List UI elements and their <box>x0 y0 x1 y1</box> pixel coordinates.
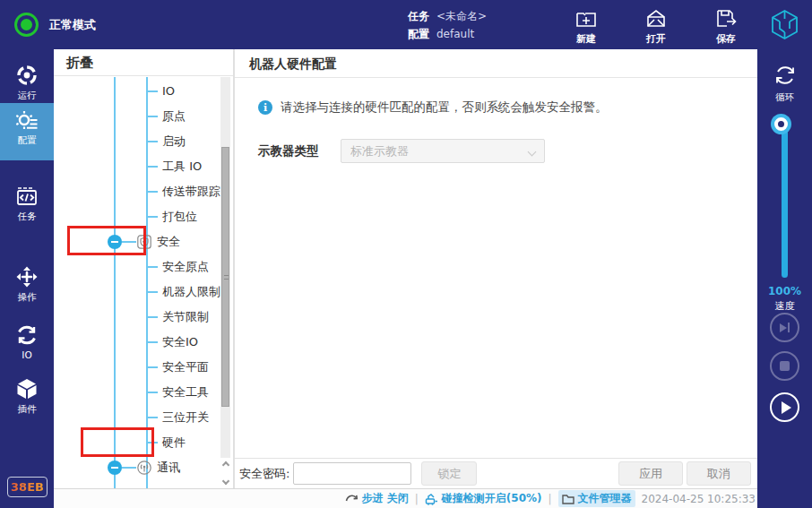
communication-antenna-icon <box>137 461 151 475</box>
scroll-up-icon[interactable] <box>221 461 229 469</box>
stop-button[interactable] <box>770 351 799 381</box>
tree-item-safety[interactable]: 安全 <box>54 229 219 254</box>
tree-scrollbar-thumb[interactable] <box>221 147 229 407</box>
speed-percent: 100% <box>757 285 812 297</box>
tree-item-joint-limits[interactable]: 关节限制 <box>54 305 219 330</box>
sidebar-item-task[interactable]: 任务 <box>0 179 54 223</box>
open-button[interactable]: 打开 <box>631 7 681 46</box>
tree-branch-line <box>147 417 158 418</box>
new-button[interactable]: 新建 <box>561 7 611 46</box>
tree-item-io[interactable]: IO <box>54 79 219 104</box>
new-button-label: 新建 <box>576 32 596 46</box>
tree-item-hardware[interactable]: 硬件 <box>54 430 219 455</box>
tree-branch-line <box>122 467 136 469</box>
tree-branch-line <box>147 191 158 193</box>
save-icon <box>714 7 738 30</box>
sidebar-item-io[interactable]: IO <box>0 318 54 360</box>
tree-branch-line <box>147 166 158 168</box>
teach-pendant-type-select[interactable]: 标准示教器 <box>341 139 545 163</box>
tree-item-packing-position[interactable]: 打包位 <box>54 204 219 229</box>
tree-branch-line <box>147 141 158 142</box>
timestamp: 2024-04-25 10:25:33 <box>642 493 756 505</box>
step-mode-status[interactable]: 步进 关闭 <box>345 491 409 506</box>
sidebar-item-label: 配置 <box>18 134 37 147</box>
tree-branch-line <box>147 291 158 293</box>
safety-password-label: 安全密码: <box>239 466 289 482</box>
mode-indicator-group: 正常模式 <box>14 13 96 37</box>
save-button-label: 保存 <box>716 32 736 46</box>
tree-item-tool-io[interactable]: 工具 IO <box>54 154 219 179</box>
page-title: 机器人硬件配置 <box>235 49 757 78</box>
tree-branch-line <box>147 316 158 318</box>
tree-item-safety-tool[interactable]: 安全工具 <box>54 380 219 405</box>
sidebar-item-config[interactable]: 配置 <box>0 103 54 160</box>
collision-detection-icon <box>425 493 438 505</box>
loop-icon <box>772 62 799 89</box>
tree-item-startup[interactable]: 启动 <box>54 129 219 154</box>
config-gear-icon <box>15 108 39 132</box>
save-button[interactable]: 保存 <box>701 7 751 46</box>
sidebar-item-label: 任务 <box>18 211 37 223</box>
tree-branch-line <box>122 241 136 243</box>
separator: | <box>415 493 419 505</box>
collision-detection-status[interactable]: 碰撞检测开启(50%) <box>425 491 542 506</box>
robot-hardware-config-panel: 机器人硬件配置 i 请选择与连接的硬件匹配的配置，否则系统会触发安全报警。 示教… <box>235 49 757 488</box>
scrollbar-grip <box>224 275 229 280</box>
open-icon <box>644 7 668 30</box>
loop-label: 循环 <box>775 91 794 104</box>
right-control-rail: 循环 100% 速度 <box>757 49 812 508</box>
tree-item-origin[interactable]: 原点 <box>54 104 219 129</box>
normal-mode-status-icon <box>14 13 39 37</box>
scroll-down-icon[interactable] <box>221 478 229 485</box>
collapse-toggle-icon[interactable] <box>108 235 122 249</box>
cancel-button[interactable]: 取消 <box>687 461 751 486</box>
plugin-cube-icon <box>15 377 39 400</box>
tree-branch-line <box>147 392 158 393</box>
sidebar-item-operate[interactable]: 操作 <box>0 260 54 304</box>
config-value: default <box>436 28 474 40</box>
tree-item-safety-home[interactable]: 安全原点 <box>54 254 219 280</box>
play-button[interactable] <box>770 392 799 422</box>
task-code-icon <box>15 185 39 208</box>
tree-branch-line <box>147 266 158 268</box>
tree-branch-line <box>147 366 158 368</box>
tree-branch-line <box>147 442 158 443</box>
config-label: 配置 <box>408 28 429 40</box>
tree-item-conveyor-tracking[interactable]: 传送带跟踪 <box>54 179 219 204</box>
tree-branch-line <box>147 90 158 92</box>
info-text: 请选择与连接的硬件匹配的配置，否则系统会触发安全报警。 <box>281 99 608 116</box>
task-label: 任务 <box>408 10 429 22</box>
play-icon <box>782 401 791 414</box>
tree-scrollbar-track[interactable] <box>220 77 230 458</box>
folder-icon <box>562 494 574 504</box>
apply-button[interactable]: 应用 <box>618 461 683 486</box>
loop-button[interactable]: 循环 <box>757 62 812 104</box>
tree-scroll-buttons <box>220 460 230 486</box>
lock-button[interactable]: 锁定 <box>421 461 477 486</box>
run-icon <box>15 64 39 87</box>
top-bar: 正常模式 任务<未命名> 配置default 新建 打开 保存 <box>0 0 812 49</box>
step-forward-button[interactable] <box>770 313 799 342</box>
tree-item-three-position-switch[interactable]: 三位开关 <box>54 405 219 430</box>
safety-password-input[interactable] <box>293 462 411 485</box>
collapse-toggle-icon[interactable] <box>108 461 122 475</box>
tree-item-communication[interactable]: 通讯 <box>54 455 219 480</box>
task-value: <未命名> <box>436 10 487 22</box>
teach-pendant-type-value: 标准示教器 <box>350 143 409 159</box>
file-manager-button[interactable]: 文件管理器 <box>558 490 635 507</box>
tree-branch-line <box>147 116 158 117</box>
chevron-down-icon <box>528 148 537 157</box>
info-icon: i <box>258 100 272 115</box>
sidebar-item-run[interactable]: 运行 <box>0 58 54 102</box>
sidebar-item-label: IO <box>22 349 31 360</box>
info-message: i 请选择与连接的硬件匹配的配置，否则系统会触发安全报警。 <box>258 99 757 116</box>
collapse-all-button[interactable]: 折叠 <box>54 49 233 76</box>
tree-item-safety-io[interactable]: 安全IO <box>54 330 219 355</box>
tree-item-safety-plane[interactable]: 安全平面 <box>54 355 219 380</box>
speed-slider-track[interactable] <box>782 130 788 278</box>
speed-slider-handle[interactable] <box>774 117 788 131</box>
stop-icon <box>780 361 790 371</box>
tree-item-robot-limits[interactable]: 机器人限制 <box>54 280 219 305</box>
content-footer-bar: 安全密码: 锁定 应用 取消 <box>235 458 757 488</box>
sidebar-item-plugin[interactable]: 插件 <box>0 372 54 416</box>
